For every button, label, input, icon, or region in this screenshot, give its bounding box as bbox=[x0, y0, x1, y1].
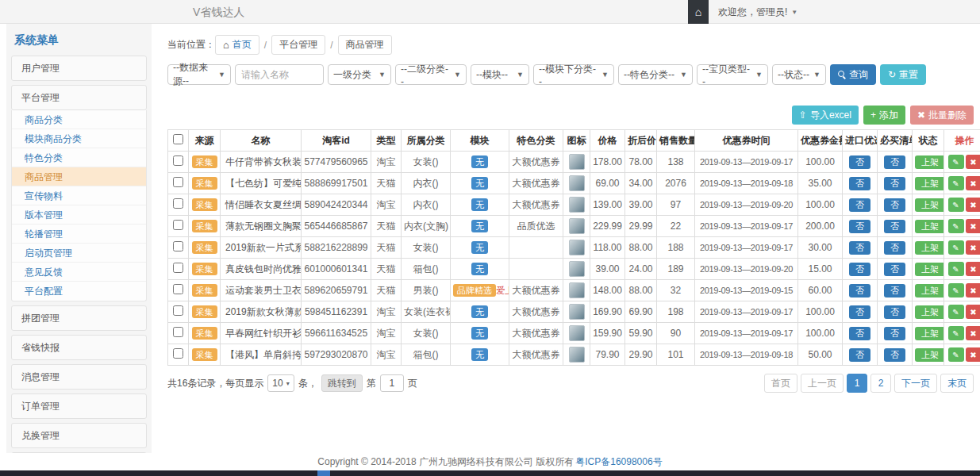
sidebar-item[interactable]: 拼团管理 bbox=[11, 305, 147, 331]
must-buy-toggle[interactable]: 否 bbox=[884, 155, 905, 169]
filter-select[interactable]: --数据来源--▼ bbox=[167, 64, 231, 85]
import-excel-button[interactable]: ⇧ 导入excel bbox=[792, 106, 859, 125]
sidebar-subitem[interactable]: 模块商品分类 bbox=[12, 129, 146, 148]
sidebar-item[interactable]: 消息管理 bbox=[11, 364, 147, 390]
filter-select[interactable]: --二级分类--▼ bbox=[395, 64, 467, 85]
row-checkbox[interactable] bbox=[173, 305, 183, 316]
home-button[interactable]: ⌂ bbox=[688, 0, 709, 24]
row-checkbox[interactable] bbox=[173, 263, 183, 273]
must-buy-toggle[interactable]: 否 bbox=[884, 263, 905, 276]
sidebar-item[interactable]: 订单管理 bbox=[11, 393, 147, 419]
edit-button[interactable]: ✎ bbox=[948, 347, 964, 362]
page-button[interactable]: 1 bbox=[847, 374, 867, 393]
status-button[interactable]: 上架 bbox=[915, 327, 944, 340]
sidebar-subitem[interactable]: 特色分类 bbox=[12, 148, 146, 167]
row-checkbox[interactable] bbox=[173, 220, 183, 230]
import-select-toggle[interactable]: 否 bbox=[849, 305, 870, 319]
sidebar-item[interactable]: 兑换管理 bbox=[11, 423, 147, 448]
breadcrumb-item[interactable]: 平台管理 bbox=[271, 35, 325, 55]
edit-button[interactable]: ✎ bbox=[948, 219, 964, 233]
import-select-toggle[interactable]: 否 bbox=[849, 348, 870, 362]
breadcrumb-item[interactable]: 商品管理 bbox=[338, 35, 392, 55]
row-checkbox[interactable] bbox=[173, 348, 183, 359]
edit-button[interactable]: ✎ bbox=[948, 198, 964, 212]
sidebar-item[interactable]: 用户管理 bbox=[11, 56, 147, 81]
row-checkbox[interactable] bbox=[173, 241, 183, 251]
page-button[interactable]: 2 bbox=[870, 374, 891, 393]
sidebar-subitem[interactable]: 版本管理 bbox=[12, 205, 146, 225]
must-buy-toggle[interactable]: 否 bbox=[884, 284, 905, 298]
edit-button[interactable]: ✎ bbox=[948, 176, 964, 190]
status-button[interactable]: 上架 bbox=[915, 305, 944, 319]
per-page-select[interactable]: 10 ▾ bbox=[267, 374, 294, 392]
delete-button[interactable]: ✖ bbox=[966, 347, 980, 362]
must-buy-toggle[interactable]: 否 bbox=[884, 348, 905, 362]
row-checkbox[interactable] bbox=[173, 198, 183, 209]
import-select-toggle[interactable]: 否 bbox=[849, 327, 870, 340]
page-button[interactable]: 末页 bbox=[940, 374, 974, 393]
sidebar-subitem[interactable]: 轮播管理 bbox=[12, 225, 146, 244]
row-checkbox[interactable] bbox=[173, 155, 183, 166]
delete-button[interactable]: ✖ bbox=[966, 326, 980, 340]
user-menu[interactable]: 欢迎您，管理员! ▼ bbox=[709, 0, 807, 24]
search-button[interactable]: 查询 bbox=[830, 64, 876, 85]
sidebar-subitem[interactable]: 意见反馈 bbox=[12, 263, 146, 282]
icp-link[interactable]: 粤ICP备16098006号 bbox=[575, 455, 662, 469]
must-buy-toggle[interactable]: 否 bbox=[884, 198, 905, 212]
delete-button[interactable]: ✖ bbox=[966, 155, 980, 169]
name-search-input[interactable] bbox=[235, 64, 324, 85]
edit-button[interactable]: ✎ bbox=[948, 262, 964, 276]
sidebar-subitem[interactable]: 启动页管理 bbox=[12, 244, 146, 263]
status-button[interactable]: 上架 bbox=[915, 220, 944, 233]
edit-button[interactable]: ✎ bbox=[948, 283, 964, 298]
status-button[interactable]: 上架 bbox=[915, 263, 944, 276]
select-all-checkbox[interactable] bbox=[173, 134, 183, 144]
filter-select[interactable]: --模块下分类--▼ bbox=[533, 64, 614, 85]
delete-button[interactable]: ✖ bbox=[966, 305, 980, 319]
delete-button[interactable]: ✖ bbox=[966, 283, 980, 298]
import-select-toggle[interactable]: 否 bbox=[849, 198, 870, 212]
status-button[interactable]: 上架 bbox=[915, 177, 944, 190]
sidebar-item[interactable]: 省钱快报 bbox=[11, 335, 147, 360]
jump-page-input[interactable] bbox=[380, 374, 404, 392]
page-button[interactable]: 上一页 bbox=[801, 374, 844, 393]
sidebar-subitem[interactable]: 商品分类 bbox=[12, 110, 146, 129]
must-buy-toggle[interactable]: 否 bbox=[884, 241, 905, 255]
status-button[interactable]: 上架 bbox=[915, 241, 944, 255]
status-button[interactable]: 上架 bbox=[915, 198, 944, 212]
sidebar-subitem[interactable]: 宣传物料 bbox=[12, 186, 146, 205]
import-select-toggle[interactable]: 否 bbox=[849, 177, 870, 190]
breadcrumb-home[interactable]: ⌂ 首页 bbox=[215, 35, 259, 55]
sidebar-subitem[interactable]: 平台配置 bbox=[12, 282, 146, 301]
delete-button[interactable]: ✖ bbox=[966, 198, 980, 212]
import-select-toggle[interactable]: 否 bbox=[849, 155, 870, 169]
page-button[interactable]: 下一页 bbox=[894, 374, 937, 393]
must-buy-toggle[interactable]: 否 bbox=[884, 177, 905, 190]
batch-delete-button[interactable]: ✖ 批量删除 bbox=[910, 106, 974, 125]
row-checkbox[interactable] bbox=[173, 284, 183, 294]
sidebar-subitem[interactable]: 商品管理 bbox=[12, 167, 146, 186]
import-select-toggle[interactable]: 否 bbox=[849, 263, 870, 276]
filter-select[interactable]: --特色分类--▼ bbox=[618, 64, 693, 85]
edit-button[interactable]: ✎ bbox=[948, 240, 964, 255]
must-buy-toggle[interactable]: 否 bbox=[884, 327, 905, 340]
filter-select[interactable]: --宝贝类型--▼ bbox=[697, 64, 768, 85]
filter-select[interactable]: --状态--▼ bbox=[772, 64, 826, 85]
edit-button[interactable]: ✎ bbox=[948, 326, 964, 340]
delete-button[interactable]: ✖ bbox=[966, 262, 980, 276]
row-checkbox[interactable] bbox=[173, 327, 183, 337]
page-button[interactable]: 首页 bbox=[764, 374, 797, 393]
status-button[interactable]: 上架 bbox=[915, 348, 944, 362]
must-buy-toggle[interactable]: 否 bbox=[884, 220, 905, 233]
sidebar-item[interactable]: 平台管理 bbox=[11, 85, 147, 110]
import-select-toggle[interactable]: 否 bbox=[849, 220, 870, 233]
filter-select[interactable]: 一级分类▼ bbox=[328, 64, 391, 85]
must-buy-toggle[interactable]: 否 bbox=[884, 305, 905, 319]
reset-button[interactable]: ↻ 重置 bbox=[880, 64, 926, 85]
edit-button[interactable]: ✎ bbox=[948, 305, 964, 319]
status-button[interactable]: 上架 bbox=[915, 284, 944, 298]
status-button[interactable]: 上架 bbox=[915, 155, 944, 169]
import-select-toggle[interactable]: 否 bbox=[849, 284, 870, 298]
delete-button[interactable]: ✖ bbox=[966, 176, 980, 190]
filter-select[interactable]: --模块--▼ bbox=[471, 64, 529, 85]
